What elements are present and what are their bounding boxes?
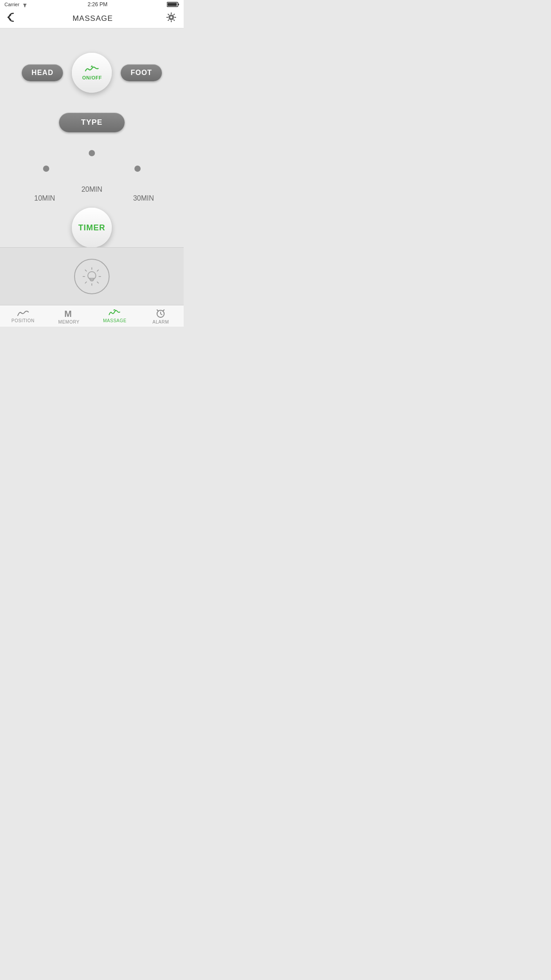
status-bar: Carrier 2:26 PM xyxy=(0,0,184,9)
wifi-icon xyxy=(21,2,28,7)
status-battery xyxy=(167,1,179,8)
label-20min: 20MIN xyxy=(81,186,102,194)
massage-tab-icon xyxy=(108,309,122,317)
timer-button[interactable]: TIMER xyxy=(72,208,112,248)
timer-section: 20MIN 10MIN 30MIN TIMER xyxy=(0,146,184,248)
alarm-icon xyxy=(155,308,166,319)
tab-alarm[interactable]: ALARM xyxy=(138,308,184,324)
type-button[interactable]: TYPE xyxy=(59,113,125,132)
svg-point-5 xyxy=(91,66,93,67)
position-icon xyxy=(17,309,29,317)
tab-position[interactable]: POSITION xyxy=(0,309,46,323)
dot-10min xyxy=(43,166,49,172)
head-button[interactable]: HEAD xyxy=(22,64,63,81)
tab-memory[interactable]: M MEMORY xyxy=(46,308,92,324)
back-button[interactable] xyxy=(7,12,20,25)
svg-line-11 xyxy=(97,282,98,283)
onoff-label: ON/OFF xyxy=(82,75,102,80)
tab-alarm-label: ALARM xyxy=(153,320,169,324)
top-controls: HEAD ON/OFF FOOT xyxy=(0,53,184,93)
label-30min: 30MIN xyxy=(133,194,154,202)
memory-icon: M xyxy=(63,308,74,319)
lightbulb-icon xyxy=(81,266,102,287)
page-title: MASSAGE xyxy=(72,14,113,23)
header: MASSAGE xyxy=(0,9,184,28)
svg-line-12 xyxy=(97,270,98,271)
timer-dots xyxy=(30,150,154,186)
tab-bar: POSITION M MEMORY MASSAGE ALARM xyxy=(0,305,184,327)
dot-20min xyxy=(89,150,95,156)
onoff-button[interactable]: ON/OFF xyxy=(72,53,112,93)
svg-point-4 xyxy=(170,16,173,19)
svg-line-13 xyxy=(85,282,87,283)
svg-rect-2 xyxy=(178,4,179,5)
svg-point-0 xyxy=(24,6,25,7)
light-button[interactable] xyxy=(74,259,110,294)
back-icon xyxy=(7,12,20,22)
battery-icon xyxy=(167,1,179,8)
foot-button[interactable]: FOOT xyxy=(121,64,161,81)
status-time: 2:26 PM xyxy=(87,1,107,8)
dot-30min xyxy=(134,166,141,172)
light-section xyxy=(0,247,184,305)
svg-line-10 xyxy=(85,270,87,271)
svg-text:M: M xyxy=(64,309,72,319)
tab-massage[interactable]: MASSAGE xyxy=(92,309,138,323)
status-carrier: Carrier xyxy=(4,2,28,7)
tab-memory-label: MEMORY xyxy=(58,320,79,324)
settings-button[interactable] xyxy=(166,12,177,25)
tab-position-label: POSITION xyxy=(12,318,35,323)
timer-labels: 20MIN 10MIN 30MIN xyxy=(30,186,154,208)
tab-massage-label: MASSAGE xyxy=(103,318,126,323)
label-10min: 10MIN xyxy=(34,194,55,202)
gear-icon xyxy=(166,12,177,23)
svg-rect-3 xyxy=(167,3,177,6)
massage-icon xyxy=(84,65,100,74)
